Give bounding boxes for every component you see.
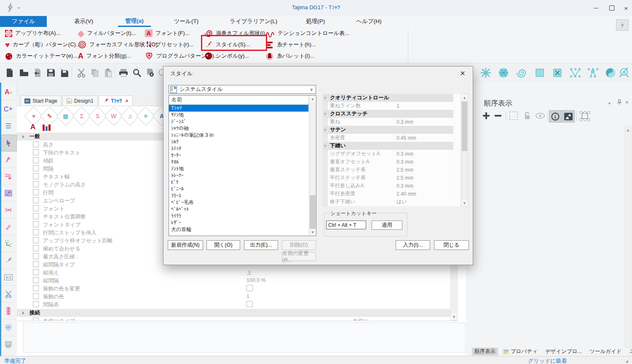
punch-pattern-tool[interactable] (1, 337, 16, 353)
ribbon-item-thread-palette[interactable]: 糸パレット(I)... (265, 51, 314, 61)
checkbox[interactable] (33, 261, 39, 267)
style-list-item[interactable]: ｼﾞｰﾝｽﾞ (169, 118, 308, 125)
style-set-dropdown[interactable]: システムスタイル ∨ (169, 85, 316, 94)
branch-node-icon[interactable] (619, 67, 629, 78)
shortcut-input[interactable] (326, 221, 366, 229)
menu-item-view[interactable]: 表示(V) (67, 16, 100, 27)
scroll-down-icon[interactable]: ▼ (461, 200, 468, 206)
remove-object-button[interactable] (493, 110, 503, 121)
style-list-item[interactable]: ﾃﾝﾄ地 (169, 165, 308, 172)
zoom-search-icon[interactable] (131, 67, 142, 78)
style-list-item[interactable]: ﾍﾞﾋﾞｰ毛布 (169, 199, 308, 206)
connection-tool[interactable] (1, 236, 16, 252)
checkbox[interactable] (33, 285, 39, 291)
copy-icon[interactable] (89, 67, 100, 78)
style-list-item[interactable]: ﾀｵﾙ (169, 159, 308, 165)
section-connect[interactable]: 接続 (17, 309, 450, 317)
select-tool[interactable] (1, 135, 17, 151)
ribbon-item-fill-pattern[interactable]: ◆ フィルパターン(t)... (78, 28, 136, 38)
property-row-deco-color[interactable]: 装飾の色1 (17, 292, 450, 300)
input-button[interactable]: 入力(I)... (396, 240, 430, 250)
apply-button[interactable]: 適用 (372, 221, 402, 230)
checkbox[interactable] (33, 197, 39, 203)
status-snap-to-grid[interactable]: グリッドに吸着 (528, 357, 567, 364)
tab-design1[interactable]: Design1 (62, 96, 98, 106)
grid-row[interactable]: 重ねライン数1 (328, 102, 453, 110)
yin-yang-icon[interactable] (605, 67, 616, 78)
checkbox[interactable] (33, 149, 39, 155)
text-on-path-tool[interactable]: A~ (1, 84, 16, 101)
checkbox[interactable] (33, 165, 39, 171)
checkbox[interactable] (33, 293, 39, 299)
checkbox[interactable] (33, 157, 39, 163)
ribbon-item-font[interactable]: A フォント(F)... (145, 28, 190, 38)
grid-row[interactable]: 垂直オフセットA0.3 mm (328, 158, 453, 166)
checkbox[interactable] (33, 269, 39, 275)
checkbox[interactable] (33, 245, 39, 251)
stitch-nodes-icon[interactable] (570, 67, 581, 78)
menu-item-manage[interactable]: 管理(a) (118, 16, 151, 27)
checkbox[interactable] (33, 205, 39, 211)
grid-scrollbar[interactable]: ▲ ▼ (461, 94, 468, 207)
property-row-valign[interactable]: 縦揃え上 (17, 268, 450, 276)
checkbox[interactable] (33, 237, 39, 243)
trim-tool[interactable] (1, 286, 16, 303)
style-list-item[interactable]: ﾍﾞﾙﾍﾞｯﾄ (169, 206, 308, 213)
style-list-item[interactable]: ｼｭﾆｰﾙの筆記体 3 in (169, 132, 308, 138)
minimize-button[interactable] (589, 3, 603, 13)
checkbox[interactable] (33, 141, 39, 147)
open-style-button[interactable]: 開く(O) (206, 240, 240, 250)
scroll-down-icon[interactable]: ▼ (451, 314, 457, 320)
ribbon-item-symbol[interactable]: シンボル(y)... (204, 51, 249, 61)
close-button[interactable]: × (619, 3, 632, 13)
node-edit-tool[interactable] (1, 151, 16, 168)
tab-close-icon[interactable]: × (125, 98, 128, 104)
style-list-item[interactable]: ﾄﾚｰﾅｰ (169, 172, 308, 179)
style-list-item[interactable]: 犬の首輪 (169, 226, 308, 233)
grid-section[interactable]: クオリティコントロール (323, 94, 453, 102)
menu-item-librarian[interactable]: ライブラリアン(L) (222, 16, 284, 27)
star-stitch-icon[interactable] (480, 67, 491, 78)
visibility-eye-button[interactable] (534, 110, 546, 121)
circle-sector-icon[interactable] (498, 67, 509, 78)
scroll-up-icon[interactable]: ▲ (626, 128, 630, 132)
scroll-thumb[interactable] (462, 101, 467, 151)
property-row-deco-change[interactable]: 装飾の色を変更 (17, 284, 450, 292)
stitch-list-tool[interactable] (1, 118, 16, 134)
thumbnail-view-button[interactable] (562, 110, 575, 122)
close-dialog-button[interactable]: 閉じる (434, 240, 469, 250)
menu-item-file[interactable]: ファイル (0, 16, 47, 27)
info-view-button[interactable]: i (549, 110, 562, 122)
grid-row[interactable]: 糸密度0.45 mm (328, 134, 453, 142)
checkbox[interactable] (33, 189, 39, 195)
property-row-trim-type[interactable]: 糸切りタイプ糸切り (17, 317, 450, 321)
style-apply-brush-tool[interactable] (1, 252, 16, 269)
panel-tab-design-pro[interactable]: デザインプロ... (543, 348, 584, 356)
checkbox[interactable] (33, 173, 39, 179)
style-list-item[interactable]: ｻﾃﾝ地 (169, 112, 308, 118)
paste-icon[interactable] (103, 67, 114, 78)
applique-square-icon[interactable] (534, 67, 545, 78)
knife-tool[interactable] (1, 219, 16, 235)
open-folder-icon[interactable] (19, 67, 29, 78)
list-header-name[interactable]: 名前 (169, 96, 309, 105)
lock-button[interactable] (522, 110, 533, 121)
scroll-down-icon[interactable]: ▼ (309, 229, 316, 236)
style-list-item[interactable]: ｾｰﾀｰ (169, 152, 308, 159)
panel-tab-tool-guide[interactable]: ツールガイド (587, 348, 624, 356)
style-list-item[interactable]: ｽﾃｯﾁ (169, 145, 308, 152)
stop-tool[interactable] (1, 303, 16, 319)
import-design-icon[interactable] (32, 67, 43, 78)
punch-lightning-button[interactable] (616, 19, 629, 31)
export-style-button[interactable]: 出力(E)... (244, 240, 278, 250)
value-checkbox[interactable] (246, 301, 253, 307)
grid-section[interactable]: サテン (323, 126, 453, 134)
menu-item-tools[interactable]: ツール(T) (167, 16, 206, 27)
checkbox[interactable] (33, 221, 39, 227)
save-as-icon[interactable] (59, 67, 70, 78)
rename-style-button[interactable]: 名前の変更(R... (282, 252, 316, 261)
grid-row[interactable]: 平行ステッチ長2.5 mm (328, 174, 453, 182)
save-icon[interactable] (46, 67, 56, 78)
scroll-thumb[interactable] (310, 195, 316, 229)
spiral-stitch-icon[interactable] (516, 67, 527, 78)
